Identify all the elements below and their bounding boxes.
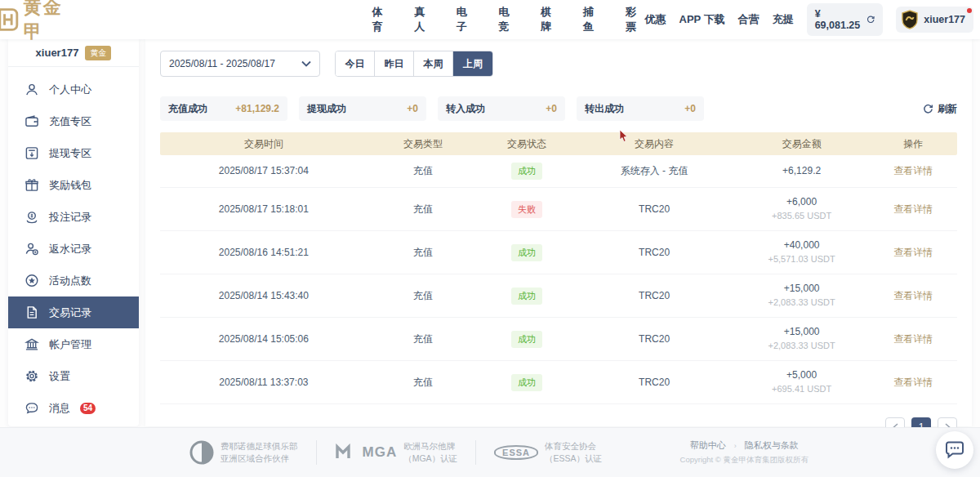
brand-logo-text: 黄金甲 [24, 0, 80, 44]
sidebar-item-messages[interactable]: 消息 54 [8, 392, 139, 424]
cell-amount: +6,129.2 [734, 164, 870, 178]
sidebar-item-personal-center[interactable]: 个人中心 [8, 74, 139, 105]
mga-logo-icon [335, 444, 356, 461]
view-details-link[interactable]: 查看详情 [870, 164, 957, 178]
tab-today[interactable]: 今日 [336, 51, 375, 76]
status-badge: 成功 [511, 374, 542, 391]
cert-mga: MGA 欧洲马尔他牌 （MGA）认证 [316, 440, 476, 465]
help-center-link[interactable]: 帮助中心 [690, 439, 726, 452]
sidebar-item-label: 设置 [49, 369, 70, 384]
cell-content: TRC20 [574, 289, 733, 303]
nav-cards[interactable]: 棋牌 [541, 5, 560, 34]
sidebar-item-label: 返水记录 [49, 242, 91, 256]
privacy-terms-link[interactable]: 隐私权与条款 [745, 439, 799, 452]
stat-label: 转入成功 [446, 102, 485, 116]
status-badge: 成功 [511, 288, 542, 305]
nav-live[interactable]: 真人 [414, 5, 434, 34]
nav-fishing[interactable]: 捕鱼 [583, 5, 603, 34]
sidebar-item-settings[interactable]: 设置 [8, 360, 139, 392]
link-deposit-withdraw[interactable]: 充提 [773, 12, 794, 27]
sidebar-item-reward-wallet[interactable]: 奖励钱包 [8, 169, 139, 201]
transactions-table: 交易时间 交易类型 交易状态 交易内容 交易金额 操作 2025/08/17 1… [160, 132, 957, 404]
nav-esports[interactable]: 电竞 [499, 5, 519, 34]
cell-content: TRC20 [574, 376, 733, 390]
header-right: 优惠 APP 下载 合营 充提 ¥ 69,081.25 xiuer177 [645, 3, 973, 36]
cell-time: 2025/08/14 15:43:40 [160, 289, 368, 303]
sidebar-item-label: 帐户管理 [49, 337, 91, 352]
cell-status: 成功 [479, 163, 574, 180]
sidebar-item-withdraw[interactable]: 提现专区 [8, 137, 139, 169]
status-badge: 成功 [511, 163, 542, 180]
stat-value: +0 [407, 103, 418, 114]
sidebar-item-transaction-records[interactable]: 交易记录 [8, 296, 139, 328]
sidebar-item-label: 奖励钱包 [49, 178, 91, 193]
cert-text: 欧洲马尔他牌 （MGA）认证 [403, 440, 457, 465]
link-app-download[interactable]: APP 下载 [679, 12, 725, 27]
stat-value: +0 [546, 103, 557, 114]
refresh-button[interactable]: 刷新 [923, 102, 957, 116]
message-bubble-icon [24, 401, 39, 415]
view-details-link[interactable]: 查看详情 [870, 332, 957, 346]
sidebar-item-account-management[interactable]: 帐户管理 [8, 328, 139, 360]
cell-status: 成功 [479, 244, 574, 261]
gear-icon [24, 369, 39, 383]
header-username: xiuer177 [924, 14, 965, 25]
sidebar-item-activity-points[interactable]: 活动点数 [8, 265, 139, 296]
cell-status: 成功 [479, 374, 574, 391]
cell-status: 成功 [479, 288, 574, 305]
col-header-content: 交易内容 [574, 137, 733, 151]
cert-text: 体育安全协会 （ESSA）认证 [545, 440, 602, 465]
cell-content: TRC20 [574, 203, 733, 216]
document-icon [24, 305, 39, 319]
cell-type: 充值 [368, 289, 479, 303]
nav-lottery[interactable]: 彩票 [626, 5, 645, 34]
cell-time: 2025/08/17 15:37:04 [160, 164, 368, 178]
cell-amount: +15,000+2,083.33 USDT [734, 282, 870, 310]
tab-this-week[interactable]: 本周 [414, 51, 453, 76]
link-promotions[interactable]: 优惠 [645, 12, 666, 27]
withdraw-terminal-icon [24, 146, 39, 160]
footer-right: 帮助中心 › 隐私权与条款 Copyright © 黄金甲体育集团版权所有 [680, 439, 808, 466]
wallet-icon [24, 114, 39, 128]
stat-transfer-in-success: 转入成功 +0 [438, 96, 565, 121]
view-details-link[interactable]: 查看详情 [870, 203, 957, 216]
view-details-link[interactable]: 查看详情 [870, 289, 957, 303]
bet-record-icon [24, 210, 39, 224]
unread-count-badge: 54 [80, 403, 96, 414]
main-panel: 2025/08/11 - 2025/08/17 今日 昨日 本周 上周 充值成功… [145, 39, 972, 426]
cell-time: 2025/08/11 13:37:03 [160, 376, 368, 390]
sidebar-item-rebate-records[interactable]: 返水记录 [8, 233, 139, 265]
date-range-select[interactable]: 2025/08/11 - 2025/08/17 [160, 51, 320, 77]
sidebar-item-bet-records[interactable]: 投注记录 [8, 201, 139, 233]
live-chat-button[interactable] [936, 431, 973, 469]
sidebar-item-label: 个人中心 [49, 82, 91, 97]
star-circle-icon [24, 274, 39, 288]
nav-slots[interactable]: 电子 [457, 5, 476, 34]
balance-display[interactable]: ¥ 69,081.25 [807, 3, 884, 36]
col-header-type: 交易类型 [368, 137, 479, 151]
footer: 费耶诺德足球俱乐部 亚洲区域合作伙伴 MGA 欧洲马尔他牌 （MGA）认证 ES… [0, 427, 980, 477]
sidebar-item-label: 消息 [49, 401, 70, 416]
tab-last-week[interactable]: 上周 [453, 51, 492, 76]
cell-status: 成功 [479, 331, 574, 348]
sidebar: xiuer177 黄金 个人中心 充值专区 提现专区 奖励钱包 投注记录 [8, 39, 139, 426]
cell-type: 充值 [368, 164, 479, 178]
sidebar-item-label: 提现专区 [49, 146, 91, 161]
cell-content: 系统存入 - 充值 [574, 164, 733, 178]
refresh-balance-icon[interactable] [866, 15, 875, 25]
avatar-shield-icon [901, 10, 919, 29]
top-header: 黄金甲 体育 真人 电子 电竞 棋牌 捕鱼 彩票 优惠 APP 下载 合营 充提… [0, 0, 980, 39]
mga-logo-text: MGA [363, 444, 398, 461]
view-details-link[interactable]: 查看详情 [870, 376, 957, 390]
view-details-link[interactable]: 查看详情 [870, 246, 957, 260]
nav-sports[interactable]: 体育 [372, 5, 391, 34]
sidebar-item-deposit[interactable]: 充值专区 [8, 105, 139, 137]
cell-status: 失败 [479, 201, 574, 218]
user-menu[interactable]: xiuer177 [896, 7, 973, 33]
table-row: 2025/08/17 15:37:04 充值 成功 系统存入 - 充值 +6,1… [160, 155, 957, 188]
certifications: 费耶诺德足球俱乐部 亚洲区域合作伙伴 MGA 欧洲马尔他牌 （MGA）认证 ES… [172, 440, 620, 465]
brand-logo[interactable]: 黄金甲 [0, 0, 79, 44]
tab-yesterday[interactable]: 昨日 [375, 51, 414, 76]
cell-type: 充值 [368, 332, 479, 346]
link-partnership[interactable]: 合营 [738, 12, 760, 27]
